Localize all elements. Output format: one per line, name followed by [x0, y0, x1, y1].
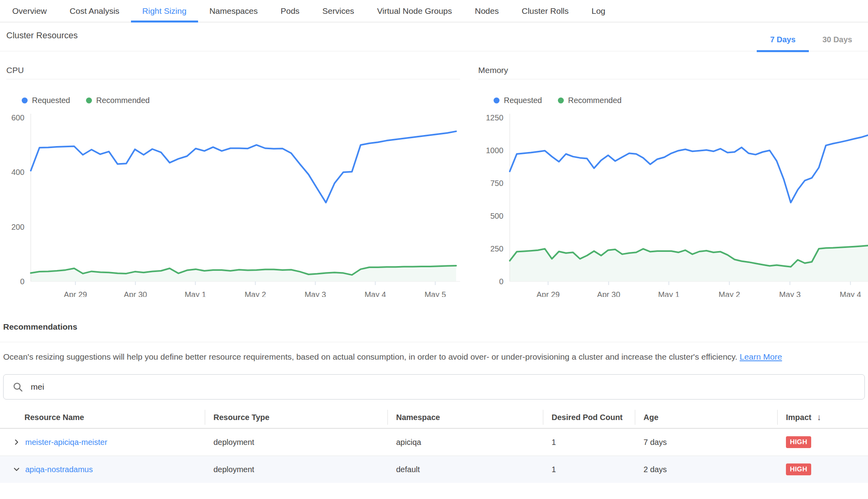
svg-text:Apr 29: Apr 29 [64, 290, 87, 297]
cpu-chart-title: CPU [6, 66, 460, 79]
memory-chart-title: Memory [478, 66, 868, 79]
main-tab-label: Cluster Rolls [522, 6, 569, 16]
legend-item-recommended[interactable]: Recommended [558, 96, 622, 105]
cluster-resources-header: Cluster Resources 7 Days 30 Days [0, 30, 868, 51]
main-tab-label: Virtual Node Groups [377, 6, 452, 16]
svg-text:Apr 30: Apr 30 [597, 290, 620, 297]
recommendations-table: Resource Name Resource Type Namespace De… [0, 407, 868, 483]
col-header-resource-type[interactable]: Resource Type [205, 407, 387, 428]
memory-chart-svg: 025050075010001250Apr 29Apr 30May 1May 2… [478, 111, 868, 297]
requested-dot-icon [494, 98, 499, 103]
age-cell: 2 days [635, 465, 777, 474]
main-tab-label: Overview [12, 6, 47, 16]
col-header-namespace[interactable]: Namespace [387, 407, 543, 428]
age-cell: 7 days [635, 438, 777, 447]
legend-label-recommended: Recommended [568, 96, 622, 105]
resource-name-link[interactable]: meister-apiciqa-meister [25, 438, 107, 447]
svg-text:Apr 29: Apr 29 [537, 290, 560, 297]
row-expand-chevron-icon[interactable] [12, 465, 21, 474]
main-tab-label: Right Sizing [142, 6, 187, 16]
cluster-resources-title: Cluster Resources [6, 30, 78, 51]
memory-chart-legend: Requested Recommended [494, 96, 868, 105]
tab-right-sizing[interactable]: Right Sizing [131, 0, 198, 22]
resource-name-cell: apiqa-nostradamus [0, 465, 205, 474]
main-tab-label: Pods [281, 6, 299, 16]
cpu-chart-panel: CPU Requested Recommended 0200400600Apr … [6, 66, 460, 297]
desired-pod-count-cell: 1 [543, 465, 635, 474]
svg-text:1000: 1000 [486, 146, 504, 155]
svg-text:May 5: May 5 [425, 290, 446, 297]
tab-pods[interactable]: Pods [269, 0, 311, 22]
legend-label-requested: Requested [504, 96, 542, 105]
row-expand-chevron-icon[interactable] [12, 437, 21, 447]
tab-virtual-node-groups[interactable]: Virtual Node Groups [366, 0, 464, 22]
svg-text:0: 0 [499, 277, 503, 286]
svg-text:May 1: May 1 [658, 290, 679, 297]
svg-text:May 3: May 3 [779, 290, 801, 297]
namespace-cell: default [387, 465, 543, 474]
legend-item-recommended[interactable]: Recommended [86, 96, 150, 105]
recommendations-description: Ocean's resizing suggestions will help y… [3, 351, 865, 362]
svg-text:May 4: May 4 [365, 290, 386, 297]
resource-type-cell: deployment [205, 465, 387, 474]
recommendations-search[interactable] [3, 374, 865, 400]
col-header-age[interactable]: Age [635, 407, 777, 428]
sort-desc-icon[interactable]: ↓ [817, 412, 821, 422]
requested-dot-icon [22, 98, 28, 103]
main-tab-label: Log [591, 6, 605, 16]
period-tab-7-days[interactable]: 7 Days [757, 35, 809, 52]
tab-cluster-rolls[interactable]: Cluster Rolls [510, 0, 580, 22]
svg-text:250: 250 [490, 244, 503, 253]
col-header-desired-pod-count[interactable]: Desired Pod Count [543, 407, 635, 428]
table-header: Resource Name Resource Type Namespace De… [0, 407, 868, 429]
svg-text:May 4: May 4 [840, 290, 861, 297]
tab-log[interactable]: Log [580, 0, 617, 22]
svg-text:400: 400 [11, 168, 24, 176]
svg-text:May 1: May 1 [185, 290, 206, 297]
cpu-line-chart: 0200400600Apr 29Apr 30May 1May 2May 3May… [6, 111, 460, 297]
legend-label-recommended: Recommended [96, 96, 150, 105]
recommendations-divider [0, 342, 868, 342]
period-toggle: 7 Days 30 Days [757, 35, 868, 51]
recommendations-title: Recommendations [3, 322, 868, 342]
tab-namespaces[interactable]: Namespaces [198, 0, 269, 22]
search-icon [12, 381, 23, 392]
main-tab-label: Cost Analysis [70, 6, 120, 16]
recommended-dot-icon [86, 98, 92, 103]
learn-more-link[interactable]: Learn More [740, 352, 782, 361]
desired-pod-count-cell: 1 [543, 438, 635, 447]
svg-text:May 2: May 2 [245, 290, 266, 297]
impact-badge: HIGH [786, 436, 811, 448]
impact-cell: HIGH [777, 463, 868, 475]
tab-overview[interactable]: Overview [1, 0, 58, 22]
col-header-resource-name[interactable]: Resource Name [0, 407, 205, 428]
tab-cost-analysis[interactable]: Cost Analysis [58, 0, 131, 22]
memory-chart-panel: Memory Requested Recommended 02505007501… [478, 66, 868, 297]
table-row[interactable]: apiqa-nostradamus deployment default 1 2… [0, 456, 868, 483]
main-tab-label: Nodes [475, 6, 499, 16]
cpu-chart-svg: 0200400600Apr 29Apr 30May 1May 2May 3May… [6, 111, 460, 297]
svg-text:0: 0 [20, 277, 24, 286]
resource-name-link[interactable]: apiqa-nostradamus [25, 465, 93, 474]
svg-text:May 2: May 2 [718, 290, 740, 297]
table-row[interactable]: meister-apiciqa-meister deployment apici… [0, 429, 868, 456]
svg-text:500: 500 [490, 212, 503, 220]
svg-text:May 3: May 3 [305, 290, 326, 297]
search-input[interactable] [30, 382, 856, 392]
legend-item-requested[interactable]: Requested [494, 96, 542, 105]
svg-text:200: 200 [11, 223, 24, 231]
tab-nodes[interactable]: Nodes [464, 0, 511, 22]
period-tab-30-days[interactable]: 30 Days [809, 35, 866, 52]
resource-name-cell: meister-apiciqa-meister [0, 437, 205, 447]
legend-label-requested: Requested [32, 96, 70, 105]
cpu-chart-legend: Requested Recommended [22, 96, 460, 105]
svg-text:750: 750 [490, 179, 503, 188]
impact-badge: HIGH [786, 463, 811, 475]
main-tab-label: Namespaces [210, 6, 258, 16]
recommendations-description-text: Ocean's resizing suggestions will help y… [3, 352, 737, 361]
charts-row: CPU Requested Recommended 0200400600Apr … [0, 66, 868, 297]
legend-item-requested[interactable]: Requested [22, 96, 70, 105]
tab-services[interactable]: Services [311, 0, 366, 22]
col-header-impact[interactable]: Impact ↓ [777, 407, 868, 428]
impact-cell: HIGH [777, 436, 868, 448]
